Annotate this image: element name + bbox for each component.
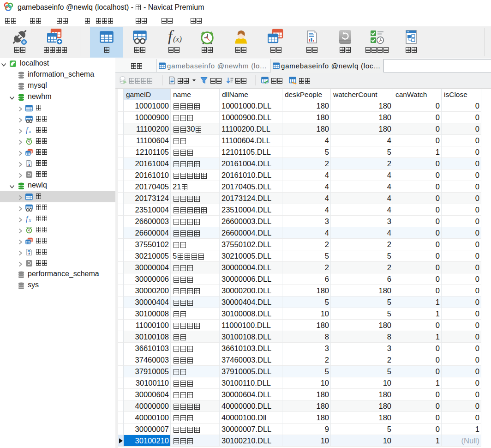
svg-text:x: x <box>29 217 31 223</box>
svg-text:x: x <box>29 128 31 134</box>
svg-text:(x): (x) <box>173 35 182 43</box>
